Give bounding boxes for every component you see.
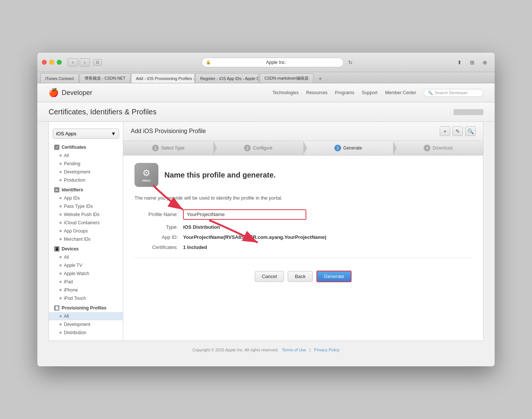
step-configure[interactable]: 2 Configure [213,141,303,155]
lock-icon: 🔒 [206,60,211,65]
dropdown-label: iOS Apps [56,131,76,136]
dropdown-arrow-icon: ▼ [111,131,116,136]
button-row: Cancel Back Generate [134,265,472,287]
content-title: Add iOS Provisioning Profile [131,128,206,135]
tab-itunes[interactable]: iTunes Connect [40,73,79,83]
type-row: Type: iOS Distribution [134,224,472,230]
step-4-num: 4 [424,145,430,151]
generate-button[interactable]: Generate [316,271,352,282]
sidebar-item-apple-tv[interactable]: Apple TV [49,261,123,269]
profile-name-input[interactable] [183,209,306,220]
title-bar: ‹ › ⊡ 🔒 Apple Inc. ↻ ⬆ ⊞ ⊕ [37,53,495,72]
window-resize-button[interactable]: ⊡ [93,59,102,66]
tab-register[interactable]: Register - iOS App IDs - Apple Developer [195,73,259,83]
toolbar-right: ⬆ ⊞ ⊕ [454,58,490,67]
nav-support[interactable]: Support [362,90,378,95]
tab-markdown[interactable]: CSDN-markdown编辑器 [260,73,314,83]
nav-programs[interactable]: Programs [335,90,355,95]
search-box[interactable]: 🔍 Search Developer [424,89,483,97]
brand-label: Developer [62,89,92,97]
tab-csdn[interactable]: 博客频道 - CSDN.NET [80,73,130,83]
cancel-button[interactable]: Cancel [255,271,284,282]
url-bar-area: 🔒 Apple Inc. ↻ [105,58,451,67]
sidebar-item-cert-all[interactable]: All [49,151,123,160]
tab-provisioning[interactable]: Add - iOS Provisioning Profiles - Appl..… [131,73,195,83]
sidebar-item-cert-production[interactable]: Production [49,176,123,184]
sidebar-item-iphone[interactable]: iPhone [49,286,123,294]
step-4-label: Download [433,145,452,151]
devices-icon: 📱 [54,246,59,252]
prov-icon: ⚙ PROV [134,163,158,187]
edit-action-button[interactable]: ✎ [452,126,463,136]
ios-apps-dropdown[interactable]: iOS Apps ▼ [53,129,119,139]
app-id-value: YourProjectName(RVSA8S3F7R.com.ayang.You… [183,234,327,240]
sidebar-item-provisioning-all[interactable]: All [49,312,123,320]
back-button[interactable]: Back [288,271,313,282]
gear-icon: ⚙ [142,168,151,178]
type-label: Type: [134,224,183,230]
sidebar-section-provisioning: 📄 Provisioning Profiles [49,302,123,312]
step-3-label: Generate [343,145,362,151]
main-content-area: Add iOS Provisioning Profile + ✎ 🔍 1 Sel… [123,122,483,341]
sidebar-section-devices: 📱 Devices [49,243,123,253]
form-content: ⚙ PROV Name this profile and generate. T… [123,155,483,295]
search-action-button[interactable]: 🔍 [465,126,476,136]
main-nav: Technologies Resources Programs Support … [272,89,483,97]
share-icon[interactable]: ⬆ [454,58,465,67]
step-select-type[interactable]: 1 Select Type [123,141,213,155]
type-value: iOS Distribution [183,224,220,230]
close-button[interactable] [42,60,47,65]
sidebar-item-pass-type-ids[interactable]: Pass Type IDs [49,202,123,210]
nav-buttons: ‹ › [68,58,90,67]
fullscreen-icon[interactable]: ⊞ [467,58,477,67]
header-decoration [454,109,483,115]
sidebar-item-website-push-ids[interactable]: Website Push IDs [49,210,123,219]
sidebar-item-ipod-touch[interactable]: iPod Touch [49,294,123,302]
back-nav-button[interactable]: ‹ [68,58,78,67]
privacy-policy-link[interactable]: Privacy Policy [314,348,340,352]
sidebar-item-app-groups[interactable]: App Groups [49,227,123,235]
refresh-button[interactable]: ↻ [346,58,355,67]
step-2-num: 2 [244,145,251,151]
tabs-bar: iTunes Connect 博客频道 - CSDN.NET Add - iOS… [37,72,495,83]
apple-developer-header: 🍎 Developer Technologies Resources Progr… [37,83,495,102]
forward-nav-button[interactable]: › [80,58,90,67]
sidebar-item-apple-watch[interactable]: Apple Watch [49,269,123,278]
url-bar[interactable]: 🔒 Apple Inc. [202,58,344,67]
apple-logo-icon: 🍎 [49,88,59,98]
nav-technologies[interactable]: Technologies [272,90,299,95]
minimize-button[interactable] [49,60,54,65]
logo-area: 🍎 Developer [49,88,92,98]
sidebar-item-provisioning-development[interactable]: Development [49,320,123,329]
cert-icon: ✓ [54,145,59,150]
maximize-button[interactable] [57,60,62,65]
step-1-num: 1 [152,145,159,151]
step-generate[interactable]: 3 Generate [303,141,393,155]
sidebar-section-certificates: ✓ Certificates [49,142,123,151]
sidebar-item-merchant-ids[interactable]: Merchant IDs [49,235,123,243]
sidebar-item-icloud-containers[interactable]: iCloud Containers [49,219,123,227]
sidebar-item-app-ids[interactable]: App IDs [49,194,123,202]
sidebar-item-ipad[interactable]: iPad [49,278,123,286]
sidebar-item-provisioning-distribution[interactable]: Distribution [49,329,123,337]
copyright-text: Copyright © 2015 Apple Inc. All rights r… [192,348,279,352]
step-download[interactable]: 4 Download [393,141,483,155]
sidebar-item-devices-all[interactable]: All [49,253,123,261]
app-id-row: App ID: YourProjectName(RVSA8S3F7R.com.a… [134,234,472,240]
nav-resources[interactable]: Resources [306,90,327,95]
certificates-label: Certificates: [134,244,183,250]
sidebar-item-cert-pending[interactable]: Pending [49,160,123,168]
terms-of-use-link[interactable]: Terms of Use [282,348,306,352]
certificates-row: Certificates: 1 Included [134,244,472,250]
sidebar-item-cert-development[interactable]: Development [49,168,123,176]
new-tab-button[interactable]: + [316,75,325,83]
form-description: The name you provide will be used to ide… [134,194,472,202]
traffic-lights [42,60,62,65]
form-divider [134,258,472,258]
step-3-num: 3 [334,145,341,151]
step-2-label: Configure [253,145,272,151]
add-action-button[interactable]: + [440,126,450,136]
download-icon[interactable]: ⊕ [480,58,490,67]
nav-member-center[interactable]: Member Center [385,90,416,95]
prov-icon-label: PROV [142,179,151,182]
